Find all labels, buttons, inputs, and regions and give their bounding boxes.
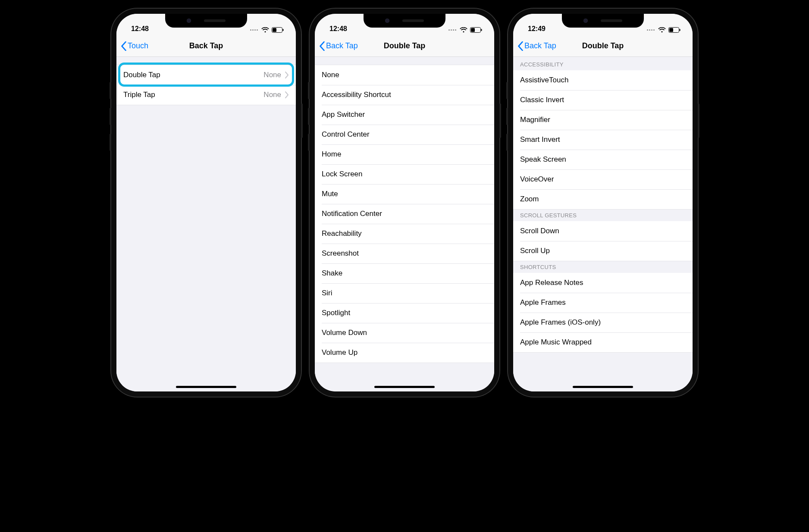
status-time: 12:49 [525, 25, 546, 33]
back-button[interactable]: Back Tap [319, 41, 358, 51]
screen: 12:48 Touch Back Tap Do [116, 14, 296, 391]
phone-frame-1: 12:48 Touch Back Tap Do [111, 9, 301, 397]
screen: 12:49 Back Tap Double Tap AccessibilityA… [513, 14, 693, 391]
option-row[interactable]: Notification Center [315, 204, 494, 224]
options-list: Scroll DownScroll Up [513, 221, 693, 261]
row-label: Triple Tap [123, 91, 263, 99]
options-list: App Release NotesApple FramesApple Frame… [513, 273, 693, 353]
device-notch [165, 14, 247, 28]
row-double-tap[interactable]: Double Tap None [116, 65, 296, 85]
phone-frame-3: 12:49 Back Tap Double Tap AccessibilityA… [508, 9, 698, 397]
option-row[interactable]: Apple Frames [513, 293, 693, 313]
option-row[interactable]: Home [315, 144, 494, 164]
option-row[interactable]: VoiceOver [513, 169, 693, 189]
back-label: Back Tap [326, 41, 358, 50]
option-label: Classic Invert [520, 96, 686, 104]
option-label: Smart Invert [520, 135, 686, 144]
option-label: Spotlight [322, 309, 487, 317]
option-row[interactable]: Speak Screen [513, 150, 693, 169]
chevron-right-icon [285, 72, 289, 78]
section-header: Shortcuts [513, 261, 693, 273]
back-tap-list: Double Tap None Triple Tap None [116, 65, 296, 105]
option-label: App Switcher [322, 110, 487, 119]
option-label: Lock Screen [322, 170, 487, 178]
svg-rect-4 [471, 28, 475, 32]
option-row[interactable]: Spotlight [315, 303, 494, 323]
section-header: Accessibility [513, 59, 693, 70]
home-indicator[interactable] [374, 386, 435, 388]
option-row[interactable]: Scroll Down [513, 221, 693, 241]
content: NoneAccessibility ShortcutApp SwitcherCo… [315, 57, 494, 391]
svg-rect-1 [273, 28, 276, 32]
svg-rect-8 [680, 29, 680, 31]
wifi-icon [658, 27, 666, 33]
option-row[interactable]: Lock Screen [315, 164, 494, 184]
option-row[interactable]: Mute [315, 184, 494, 204]
option-row[interactable]: Volume Down [315, 323, 494, 343]
option-label: Volume Up [322, 348, 487, 357]
option-row[interactable]: Reachability [315, 224, 494, 244]
back-label: Back Tap [524, 41, 556, 50]
option-label: Control Center [322, 130, 487, 139]
option-row[interactable]: App Release Notes [513, 273, 693, 293]
option-row[interactable]: Screenshot [315, 244, 494, 263]
chevron-left-icon [319, 41, 325, 51]
svg-rect-5 [481, 29, 482, 31]
battery-icon [470, 27, 482, 33]
option-row[interactable]: Volume Up [315, 343, 494, 363]
battery-icon [668, 27, 680, 33]
row-value: None [263, 91, 281, 99]
option-label: Apple Frames (iOS-only) [520, 318, 686, 327]
status-indicators [448, 27, 482, 33]
option-label: Zoom [520, 195, 686, 203]
row-triple-tap[interactable]: Triple Tap None [116, 85, 296, 105]
option-row[interactable]: AssistiveTouch [513, 70, 693, 90]
option-row[interactable]: Apple Music Wrapped [513, 332, 693, 352]
option-label: Volume Down [322, 329, 487, 337]
content: Double Tap None Triple Tap None [116, 57, 296, 391]
battery-icon [272, 27, 284, 33]
nav-bar: Back Tap Double Tap [513, 35, 693, 57]
option-row[interactable]: Classic Invert [513, 90, 693, 110]
option-row[interactable]: Scroll Up [513, 241, 693, 261]
option-label: Scroll Down [520, 227, 686, 235]
option-row[interactable]: Siri [315, 283, 494, 303]
option-label: AssistiveTouch [520, 76, 686, 84]
back-label: Touch [128, 41, 148, 50]
option-label: Home [322, 150, 487, 159]
option-label: Apple Music Wrapped [520, 338, 686, 347]
option-row[interactable]: Smart Invert [513, 130, 693, 150]
svg-rect-2 [283, 29, 284, 31]
option-label: Mute [322, 190, 487, 198]
row-value: None [263, 71, 281, 79]
device-notch [364, 14, 445, 28]
option-label: App Release Notes [520, 279, 686, 287]
option-label: VoiceOver [520, 175, 686, 184]
option-row[interactable]: Control Center [315, 125, 494, 144]
home-indicator[interactable] [176, 386, 236, 388]
wifi-icon [460, 27, 467, 33]
device-notch [562, 14, 644, 28]
option-label: Apple Frames [520, 298, 686, 307]
option-label: Notification Center [322, 210, 487, 218]
chevron-left-icon [121, 41, 127, 51]
option-row[interactable]: Magnifier [513, 110, 693, 130]
wifi-icon [261, 27, 269, 33]
option-row[interactable]: Shake [315, 263, 494, 283]
option-row[interactable]: Accessibility Shortcut [315, 85, 494, 105]
svg-rect-7 [669, 28, 673, 32]
option-row[interactable]: None [315, 65, 494, 85]
section-header: Scroll Gestures [513, 210, 693, 221]
option-label: Accessibility Shortcut [322, 91, 487, 99]
option-label: Scroll Up [520, 247, 686, 255]
status-indicators [647, 27, 680, 33]
option-label: Siri [322, 289, 487, 297]
option-row[interactable]: App Switcher [315, 105, 494, 125]
back-button[interactable]: Touch [121, 41, 148, 51]
option-row[interactable]: Apple Frames (iOS-only) [513, 313, 693, 332]
option-label: None [322, 71, 487, 79]
option-row[interactable]: Zoom [513, 189, 693, 209]
home-indicator[interactable] [573, 386, 633, 388]
screen: 12:48 Back Tap Double Tap NoneAccessibil… [315, 14, 494, 391]
back-button[interactable]: Back Tap [517, 41, 556, 51]
